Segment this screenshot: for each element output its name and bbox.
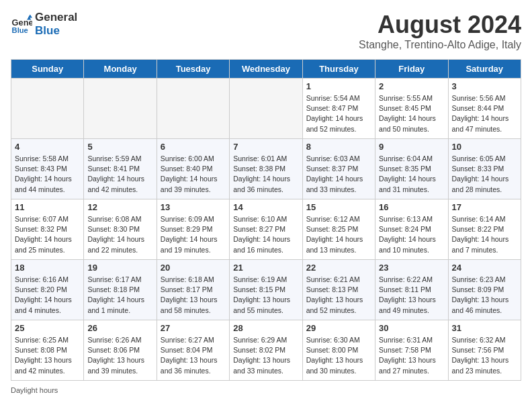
weekday-header-thursday: Thursday (302, 60, 375, 79)
day-info: Sunrise: 6:09 AM Sunset: 8:29 PM Dayligh… (161, 214, 226, 255)
weekday-header-saturday: Saturday (448, 60, 521, 79)
day-info: Sunrise: 5:59 AM Sunset: 8:41 PM Dayligh… (87, 154, 152, 195)
calendar-cell: 12Sunrise: 6:08 AM Sunset: 8:30 PM Dayli… (84, 199, 157, 260)
calendar-cell: 5Sunrise: 5:59 AM Sunset: 8:41 PM Daylig… (84, 139, 157, 199)
calendar-cell: 17Sunrise: 6:14 AM Sunset: 8:22 PM Dayli… (448, 199, 521, 260)
day-info: Sunrise: 5:55 AM Sunset: 8:45 PM Dayligh… (379, 93, 444, 134)
day-info: Sunrise: 6:23 AM Sunset: 8:09 PM Dayligh… (452, 275, 517, 316)
day-info: Sunrise: 6:32 AM Sunset: 7:56 PM Dayligh… (452, 335, 517, 376)
day-info: Sunrise: 6:10 AM Sunset: 8:27 PM Dayligh… (233, 214, 298, 255)
day-info: Sunrise: 6:07 AM Sunset: 8:32 PM Dayligh… (15, 214, 80, 255)
page-header: General Blue General Blue August 2024 St… (11, 11, 521, 51)
day-number: 6 (161, 142, 226, 152)
day-info: Sunrise: 6:08 AM Sunset: 8:30 PM Dayligh… (87, 214, 152, 255)
calendar-table: SundayMondayTuesdayWednesdayThursdayFrid… (11, 59, 521, 381)
day-number: 2 (379, 81, 444, 91)
day-number: 18 (15, 263, 80, 273)
day-number: 13 (161, 202, 226, 212)
day-info: Sunrise: 6:29 AM Sunset: 8:02 PM Dayligh… (233, 335, 298, 376)
logo-icon: General Blue (11, 13, 32, 35)
calendar-cell: 8Sunrise: 6:03 AM Sunset: 8:37 PM Daylig… (302, 139, 375, 199)
day-info: Sunrise: 6:19 AM Sunset: 8:15 PM Dayligh… (233, 275, 298, 316)
calendar-cell (230, 79, 302, 139)
day-info: Sunrise: 5:58 AM Sunset: 8:43 PM Dayligh… (15, 154, 80, 195)
day-number: 10 (452, 142, 517, 152)
calendar-cell: 10Sunrise: 6:05 AM Sunset: 8:33 PM Dayli… (448, 139, 521, 199)
day-number: 9 (379, 142, 444, 152)
svg-text:Blue: Blue (12, 26, 28, 34)
calendar-cell: 29Sunrise: 6:30 AM Sunset: 8:00 PM Dayli… (302, 320, 375, 381)
day-info: Sunrise: 6:13 AM Sunset: 8:24 PM Dayligh… (379, 214, 444, 255)
weekday-header-friday: Friday (375, 60, 448, 79)
calendar-cell: 13Sunrise: 6:09 AM Sunset: 8:29 PM Dayli… (157, 199, 229, 260)
day-number: 31 (452, 323, 517, 333)
logo: General Blue General Blue (11, 11, 77, 37)
weekday-header-sunday: Sunday (11, 60, 84, 79)
day-number: 17 (452, 202, 517, 212)
calendar-cell: 4Sunrise: 5:58 AM Sunset: 8:43 PM Daylig… (11, 139, 84, 199)
day-info: Sunrise: 6:27 AM Sunset: 8:04 PM Dayligh… (161, 335, 226, 376)
location-subtitle: Stanghe, Trentino-Alto Adige, Italy (359, 39, 521, 51)
day-info: Sunrise: 6:18 AM Sunset: 8:17 PM Dayligh… (161, 275, 226, 316)
day-info: Sunrise: 6:16 AM Sunset: 8:20 PM Dayligh… (15, 275, 80, 316)
calendar-cell: 15Sunrise: 6:12 AM Sunset: 8:25 PM Dayli… (302, 199, 375, 260)
calendar-week-3: 11Sunrise: 6:07 AM Sunset: 8:32 PM Dayli… (11, 199, 521, 260)
day-number: 20 (161, 263, 226, 273)
day-number: 1 (306, 81, 371, 91)
calendar-cell: 20Sunrise: 6:18 AM Sunset: 8:17 PM Dayli… (157, 260, 229, 320)
day-info: Sunrise: 6:21 AM Sunset: 8:13 PM Dayligh… (306, 275, 371, 316)
calendar-cell: 2Sunrise: 5:55 AM Sunset: 8:45 PM Daylig… (375, 79, 448, 139)
day-number: 28 (233, 323, 298, 333)
day-info: Sunrise: 6:30 AM Sunset: 8:00 PM Dayligh… (306, 335, 371, 376)
month-title: August 2024 (359, 11, 521, 39)
footer-note: Daylight hours (11, 386, 521, 394)
calendar-cell: 28Sunrise: 6:29 AM Sunset: 8:02 PM Dayli… (230, 320, 302, 381)
day-info: Sunrise: 6:00 AM Sunset: 8:40 PM Dayligh… (161, 154, 226, 195)
calendar-cell: 26Sunrise: 6:26 AM Sunset: 8:06 PM Dayli… (84, 320, 157, 381)
calendar-week-4: 18Sunrise: 6:16 AM Sunset: 8:20 PM Dayli… (11, 260, 521, 320)
day-number: 24 (452, 263, 517, 273)
logo-line2: Blue (35, 24, 77, 38)
svg-marker-2 (28, 14, 32, 17)
calendar-cell: 19Sunrise: 6:17 AM Sunset: 8:18 PM Dayli… (84, 260, 157, 320)
day-number: 8 (306, 142, 371, 152)
day-info: Sunrise: 6:05 AM Sunset: 8:33 PM Dayligh… (452, 154, 517, 195)
day-number: 21 (233, 263, 298, 273)
day-number: 16 (379, 202, 444, 212)
day-number: 23 (379, 263, 444, 273)
day-number: 26 (87, 323, 152, 333)
day-number: 12 (87, 202, 152, 212)
weekday-header-tuesday: Tuesday (157, 60, 229, 79)
day-number: 27 (161, 323, 226, 333)
day-info: Sunrise: 5:56 AM Sunset: 8:44 PM Dayligh… (452, 93, 517, 134)
calendar-cell: 7Sunrise: 6:01 AM Sunset: 8:38 PM Daylig… (230, 139, 302, 199)
day-info: Sunrise: 6:31 AM Sunset: 7:58 PM Dayligh… (379, 335, 444, 376)
day-info: Sunrise: 6:04 AM Sunset: 8:35 PM Dayligh… (379, 154, 444, 195)
calendar-cell: 31Sunrise: 6:32 AM Sunset: 7:56 PM Dayli… (448, 320, 521, 381)
calendar-cell: 30Sunrise: 6:31 AM Sunset: 7:58 PM Dayli… (375, 320, 448, 381)
calendar-cell: 11Sunrise: 6:07 AM Sunset: 8:32 PM Dayli… (11, 199, 84, 260)
day-info: Sunrise: 6:14 AM Sunset: 8:22 PM Dayligh… (452, 214, 517, 255)
day-number: 3 (452, 81, 517, 91)
day-number: 25 (15, 323, 80, 333)
calendar-cell: 23Sunrise: 6:22 AM Sunset: 8:11 PM Dayli… (375, 260, 448, 320)
weekday-header-monday: Monday (84, 60, 157, 79)
day-info: Sunrise: 6:26 AM Sunset: 8:06 PM Dayligh… (87, 335, 152, 376)
calendar-cell: 14Sunrise: 6:10 AM Sunset: 8:27 PM Dayli… (230, 199, 302, 260)
day-number: 29 (306, 323, 371, 333)
calendar-cell: 21Sunrise: 6:19 AM Sunset: 8:15 PM Dayli… (230, 260, 302, 320)
calendar-cell: 24Sunrise: 6:23 AM Sunset: 8:09 PM Dayli… (448, 260, 521, 320)
calendar-cell: 3Sunrise: 5:56 AM Sunset: 8:44 PM Daylig… (448, 79, 521, 139)
weekday-header-wednesday: Wednesday (230, 60, 302, 79)
day-number: 14 (233, 202, 298, 212)
calendar-header-row: SundayMondayTuesdayWednesdayThursdayFrid… (11, 60, 521, 79)
calendar-cell: 6Sunrise: 6:00 AM Sunset: 8:40 PM Daylig… (157, 139, 229, 199)
day-info: Sunrise: 6:22 AM Sunset: 8:11 PM Dayligh… (379, 275, 444, 316)
day-number: 5 (87, 142, 152, 152)
calendar-cell (157, 79, 229, 139)
day-number: 19 (87, 263, 152, 273)
calendar-cell: 16Sunrise: 6:13 AM Sunset: 8:24 PM Dayli… (375, 199, 448, 260)
day-number: 22 (306, 263, 371, 273)
day-number: 30 (379, 323, 444, 333)
calendar-cell (11, 79, 84, 139)
